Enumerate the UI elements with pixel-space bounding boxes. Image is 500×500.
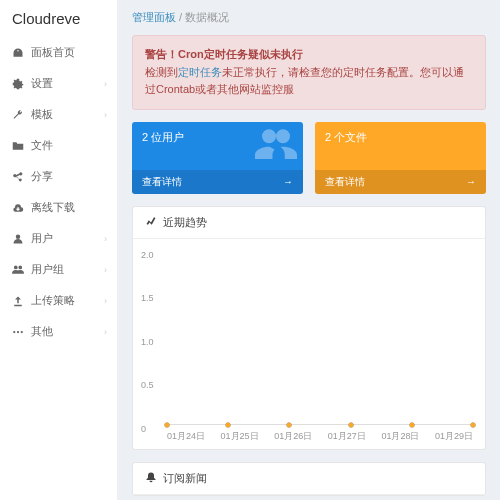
upload-icon bbox=[12, 295, 24, 307]
news-panel: 订阅新闻 bbox=[132, 462, 486, 496]
sidebar-item-label: 文件 bbox=[31, 138, 53, 153]
chevron-right-icon: › bbox=[104, 296, 107, 306]
card-files[interactable]: 2 个文件 查看详情→ bbox=[315, 122, 486, 194]
wrench-icon bbox=[12, 109, 24, 121]
data-point bbox=[226, 422, 231, 427]
sidebar-item-user[interactable]: 用户 › bbox=[0, 223, 117, 254]
main-content: 管理面板 / 数据概况 警告！Cron定时任务疑似未执行 检测到定时任务未正常执… bbox=[118, 0, 500, 500]
arrow-right-icon: → bbox=[283, 176, 293, 187]
y-tick: 1.5 bbox=[141, 293, 154, 303]
x-tick: 01月27日 bbox=[328, 430, 366, 443]
data-point bbox=[165, 422, 170, 427]
sidebar-item-dashboard[interactable]: 面板首页 bbox=[0, 37, 117, 68]
nav-list: 面板首页 设置 › 模板 › 文件 分享 离线下载 用户 › bbox=[0, 37, 117, 347]
users-large-icon bbox=[255, 124, 297, 169]
cloud-download-icon bbox=[12, 202, 24, 214]
x-tick: 01月29日 bbox=[435, 430, 473, 443]
x-tick: 01月26日 bbox=[274, 430, 312, 443]
card-users-more: 查看详情 bbox=[142, 175, 182, 189]
sidebar-item-label: 模板 bbox=[31, 107, 53, 122]
chevron-right-icon: › bbox=[104, 234, 107, 244]
trend-panel: 近期趋势 00.51.01.52.001月24日01月25日01月26日01月2… bbox=[132, 206, 486, 450]
bell-icon bbox=[145, 471, 157, 485]
dashboard-icon bbox=[12, 47, 24, 59]
data-point bbox=[409, 422, 414, 427]
alert-text-pre: 检测到 bbox=[145, 66, 178, 78]
news-panel-header: 订阅新闻 bbox=[133, 463, 485, 495]
sidebar-item-files[interactable]: 文件 bbox=[0, 130, 117, 161]
sidebar-item-usergroup[interactable]: 用户组 › bbox=[0, 254, 117, 285]
user-icon bbox=[12, 233, 24, 245]
trend-panel-header: 近期趋势 bbox=[133, 207, 485, 239]
ellipsis-icon bbox=[12, 326, 24, 338]
trend-chart: 00.51.01.52.001月24日01月25日01月26日01月27日01月… bbox=[133, 239, 485, 449]
x-tick: 01月25日 bbox=[221, 430, 259, 443]
brand-title: Cloudreve bbox=[0, 0, 117, 37]
sidebar-item-label: 用户组 bbox=[31, 262, 64, 277]
folder-icon bbox=[12, 140, 24, 152]
y-tick: 0.5 bbox=[141, 380, 154, 390]
sidebar-item-template[interactable]: 模板 › bbox=[0, 99, 117, 130]
x-tick: 01月28日 bbox=[381, 430, 419, 443]
sidebar-item-label: 用户 bbox=[31, 231, 53, 246]
sidebar-item-share[interactable]: 分享 bbox=[0, 161, 117, 192]
gear-icon bbox=[12, 78, 24, 90]
card-files-more: 查看详情 bbox=[325, 175, 365, 189]
sidebar-item-settings[interactable]: 设置 › bbox=[0, 68, 117, 99]
sidebar-item-label: 面板首页 bbox=[31, 45, 75, 60]
chevron-right-icon: › bbox=[104, 327, 107, 337]
card-files-count: 2 bbox=[325, 131, 331, 143]
chart-icon bbox=[145, 215, 157, 229]
y-tick: 1.0 bbox=[141, 337, 154, 347]
y-tick: 2.0 bbox=[141, 250, 154, 260]
svg-point-0 bbox=[13, 330, 15, 332]
card-files-unit: 个文件 bbox=[334, 131, 367, 143]
sidebar: Cloudreve 面板首页 设置 › 模板 › 文件 分享 离线下载 bbox=[0, 0, 118, 500]
sidebar-item-label: 分享 bbox=[31, 169, 53, 184]
trend-title: 近期趋势 bbox=[163, 215, 207, 230]
chevron-right-icon: › bbox=[104, 79, 107, 89]
card-files-footer[interactable]: 查看详情→ bbox=[315, 170, 486, 194]
arrow-right-icon: → bbox=[466, 176, 476, 187]
sidebar-item-offline[interactable]: 离线下载 bbox=[0, 192, 117, 223]
x-tick: 01月24日 bbox=[167, 430, 205, 443]
sidebar-item-policy[interactable]: 上传策略 › bbox=[0, 285, 117, 316]
y-tick: 0 bbox=[141, 424, 146, 434]
breadcrumb: 管理面板 / 数据概况 bbox=[118, 0, 500, 35]
sidebar-item-label: 上传策略 bbox=[31, 293, 75, 308]
card-users-count: 2 bbox=[142, 131, 148, 143]
news-title: 订阅新闻 bbox=[163, 471, 207, 486]
alert-link[interactable]: 定时任务 bbox=[178, 66, 222, 78]
alert-title: 警告！Cron定时任务疑似未执行 bbox=[145, 48, 303, 60]
sidebar-item-other[interactable]: 其他 › bbox=[0, 316, 117, 347]
card-users[interactable]: 2 位用户 查看详情→ bbox=[132, 122, 303, 194]
breadcrumb-root[interactable]: 管理面板 bbox=[132, 11, 176, 23]
chevron-right-icon: › bbox=[104, 110, 107, 120]
data-point bbox=[348, 422, 353, 427]
sidebar-item-label: 设置 bbox=[31, 76, 53, 91]
card-users-unit: 位用户 bbox=[151, 131, 184, 143]
data-point bbox=[471, 422, 476, 427]
chevron-right-icon: › bbox=[104, 265, 107, 275]
share-icon bbox=[12, 171, 24, 183]
app-root: Cloudreve 面板首页 设置 › 模板 › 文件 分享 离线下载 bbox=[0, 0, 500, 500]
users-icon bbox=[12, 264, 24, 276]
data-point bbox=[287, 422, 292, 427]
stat-cards: 2 位用户 查看详情→ 2 个文件 查看详情→ bbox=[132, 122, 486, 194]
card-users-footer[interactable]: 查看详情→ bbox=[132, 170, 303, 194]
sidebar-item-label: 离线下载 bbox=[31, 200, 75, 215]
svg-point-2 bbox=[21, 330, 23, 332]
svg-point-1 bbox=[17, 330, 19, 332]
sidebar-item-label: 其他 bbox=[31, 324, 53, 339]
breadcrumb-current: 数据概况 bbox=[185, 11, 229, 23]
cron-warning-alert: 警告！Cron定时任务疑似未执行 检测到定时任务未正常执行，请检查您的定时任务配… bbox=[132, 35, 486, 110]
